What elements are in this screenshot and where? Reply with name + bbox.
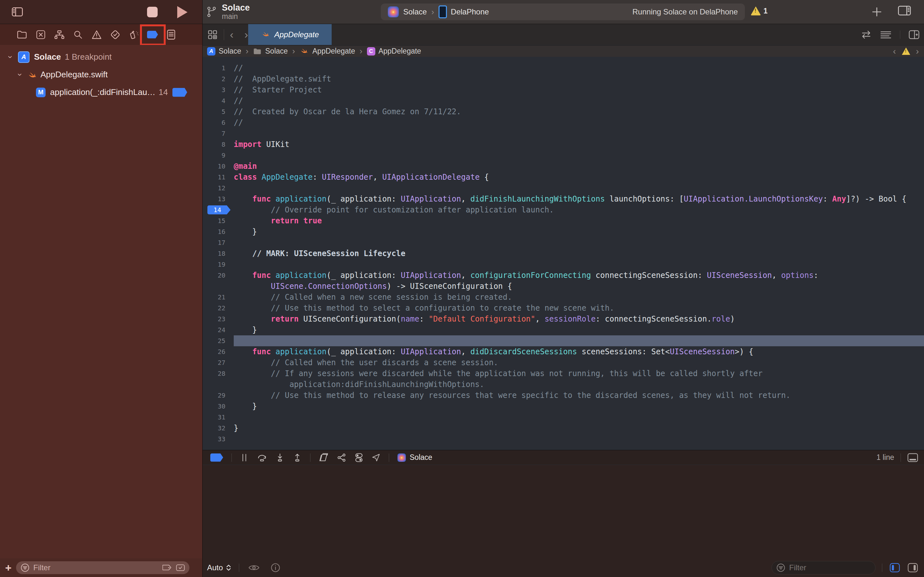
next-issue-button[interactable]: ›: [916, 46, 919, 56]
line-number[interactable]: 12: [203, 182, 234, 193]
debug-navigator-icon[interactable]: [128, 29, 139, 40]
symbol-navigator-icon[interactable]: [54, 29, 65, 40]
filter-checkbox-icon[interactable]: [176, 564, 185, 571]
line-number[interactable]: [203, 281, 234, 292]
navigator-editor-divider[interactable]: [202, 0, 203, 577]
warning-count-badge[interactable]: 1: [751, 6, 768, 15]
source-editor[interactable]: 1//2// AppDelegate.swift3// Starter Proj…: [203, 57, 924, 450]
line-number[interactable]: 22: [203, 303, 234, 314]
related-items-icon[interactable]: [861, 30, 872, 39]
tab-appdelegate[interactable]: AppDelegate: [248, 24, 332, 45]
stop-button[interactable]: [147, 7, 158, 17]
line-number[interactable]: 28: [203, 368, 234, 379]
navigator-filter-field[interactable]: [16, 561, 189, 574]
step-over-icon[interactable]: [257, 453, 267, 462]
disclosure-chevron-icon[interactable]: ›: [15, 72, 25, 78]
line-number[interactable]: 16: [203, 226, 234, 237]
line-number[interactable]: 27: [203, 357, 234, 368]
line-number[interactable]: 29: [203, 390, 234, 401]
line-number[interactable]: 2: [203, 74, 234, 84]
line-number[interactable]: 6: [203, 117, 234, 128]
line-number[interactable]: 5: [203, 106, 234, 117]
test-navigator-icon[interactable]: [110, 29, 121, 40]
line-number[interactable]: 32: [203, 423, 234, 434]
previous-issue-button[interactable]: ‹: [893, 46, 896, 56]
line-number[interactable]: [203, 379, 234, 390]
quick-look-eye-icon[interactable]: [248, 564, 260, 572]
console-filter-field[interactable]: [771, 561, 876, 574]
line-number[interactable]: 15: [203, 215, 234, 226]
add-breakpoint-button[interactable]: +: [5, 562, 11, 574]
breadcrumb-group[interactable]: Solace: [253, 47, 288, 55]
breadcrumb-symbol[interactable]: C AppDelegate: [367, 47, 421, 55]
navigator-filter-input[interactable]: [33, 563, 163, 572]
navigator-file-row[interactable]: › AppDelegate.swift: [0, 66, 202, 84]
issue-navigator-icon[interactable]: [91, 29, 102, 40]
breadcrumb-file[interactable]: AppDelegate: [300, 47, 355, 56]
run-button[interactable]: [177, 6, 187, 18]
line-number[interactable]: 11: [203, 172, 234, 182]
toggle-console-view-icon[interactable]: [907, 562, 918, 573]
environment-overrides-icon[interactable]: [355, 453, 363, 463]
line-number[interactable]: 10: [203, 161, 234, 172]
breakpoint-navigator-icon[interactable]: [147, 29, 158, 40]
line-number[interactable]: 33: [203, 434, 234, 445]
warning-icon[interactable]: [902, 47, 910, 55]
line-number[interactable]: 7: [203, 128, 234, 139]
line-number[interactable]: 20: [203, 270, 234, 281]
line-number[interactable]: 9: [203, 150, 234, 161]
console-filter-input[interactable]: [789, 563, 889, 572]
scheme-device-name[interactable]: DelaPhone: [451, 7, 489, 16]
project-navigator-icon[interactable]: [17, 29, 27, 40]
navigator-project-row[interactable]: › A Solace 1 Breakpoint: [0, 48, 202, 66]
breakpoint-marker[interactable]: 14: [207, 205, 231, 214]
add-editor-split-icon[interactable]: [909, 30, 919, 39]
breakpoint-flag-icon[interactable]: [173, 88, 187, 97]
line-number[interactable]: 24: [203, 324, 234, 335]
view-hierarchy-icon[interactable]: [319, 453, 329, 463]
line-number[interactable]: 18: [203, 248, 234, 259]
disclosure-chevron-icon[interactable]: ›: [5, 54, 15, 60]
scheme-selector[interactable]: Solace › DelaPhone Running Solace on Del…: [381, 3, 745, 20]
toggle-debug-area-icon[interactable]: [907, 453, 918, 463]
line-number[interactable]: 1: [203, 63, 234, 74]
line-number[interactable]: 19: [203, 259, 234, 270]
filter-breakpoint-flag-icon[interactable]: [163, 564, 172, 571]
forward-button[interactable]: ›: [244, 28, 248, 41]
source-control-navigator-icon[interactable]: [35, 29, 46, 40]
find-navigator-icon[interactable]: [73, 29, 84, 40]
info-icon[interactable]: [271, 563, 280, 572]
line-number[interactable]: 13: [203, 193, 234, 205]
step-into-icon[interactable]: [276, 453, 284, 462]
line-number[interactable]: 26: [203, 346, 234, 357]
source-control-summary[interactable]: Solace main: [206, 3, 250, 21]
toggle-right-sidebar-icon[interactable]: [898, 5, 911, 16]
line-number[interactable]: 8: [203, 139, 234, 150]
line-number[interactable]: 30: [203, 401, 234, 412]
navigator-breakpoint-row[interactable]: M application(_:didFinishLau… 14: [0, 84, 202, 101]
memory-graph-icon[interactable]: [337, 453, 347, 463]
toggle-variables-view-icon[interactable]: [889, 562, 900, 573]
simulate-location-icon[interactable]: [371, 453, 381, 462]
step-out-icon[interactable]: [293, 453, 302, 462]
toggle-breakpoints-button[interactable]: [210, 453, 223, 462]
line-number[interactable]: 14: [203, 205, 234, 215]
toggle-left-sidebar-icon[interactable]: [11, 7, 23, 17]
line-number[interactable]: 23: [203, 314, 234, 324]
line-number[interactable]: 17: [203, 237, 234, 248]
line-number[interactable]: 4: [203, 95, 234, 106]
line-number[interactable]: 25: [203, 335, 234, 346]
back-button[interactable]: ‹: [230, 28, 234, 41]
add-editor-tab-button[interactable]: [871, 6, 883, 18]
report-navigator-icon[interactable]: [166, 29, 177, 40]
breadcrumb-project[interactable]: A Solace: [207, 47, 241, 55]
line-number[interactable]: 3: [203, 84, 234, 95]
pause-button[interactable]: [240, 453, 248, 462]
scheme-app-name[interactable]: Solace: [403, 7, 427, 16]
line-number[interactable]: 21: [203, 292, 234, 303]
editor-overview-icon[interactable]: [208, 30, 217, 39]
variables-scope-selector[interactable]: Auto: [207, 563, 231, 572]
editor-options-icon[interactable]: [880, 30, 892, 39]
line-number[interactable]: 31: [203, 412, 234, 423]
debug-process-selector[interactable]: Solace: [397, 453, 432, 462]
